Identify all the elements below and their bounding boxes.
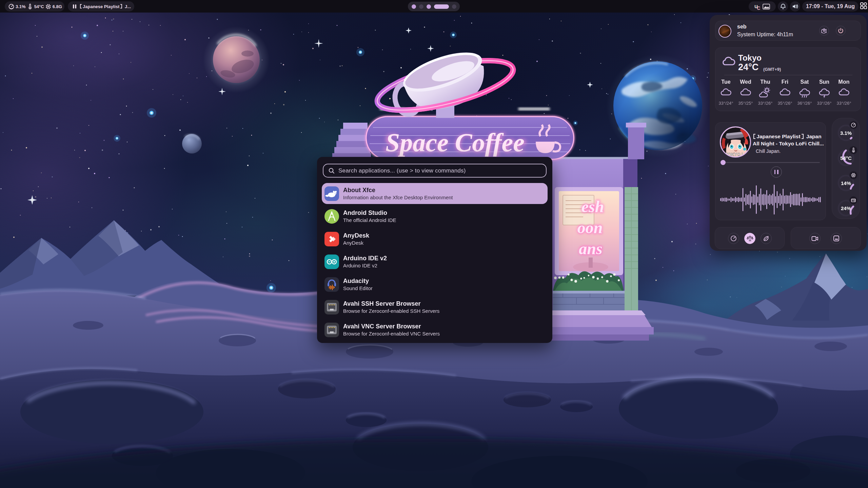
svg-text:ans: ans [579,240,602,258]
svg-text:8 TOKYO LO: 8 TOKYO LO [722,152,748,157]
svg-text:54°C: 54°C [840,155,852,161]
svg-text:esh: esh [581,198,604,216]
svg-text:Space Coffee: Space Coffee [386,128,525,157]
svg-text:24%: 24% [841,205,851,211]
svg-text:oon: oon [577,219,603,237]
svg-text:3.1%: 3.1% [840,130,852,136]
svg-text:14%: 14% [841,180,851,186]
